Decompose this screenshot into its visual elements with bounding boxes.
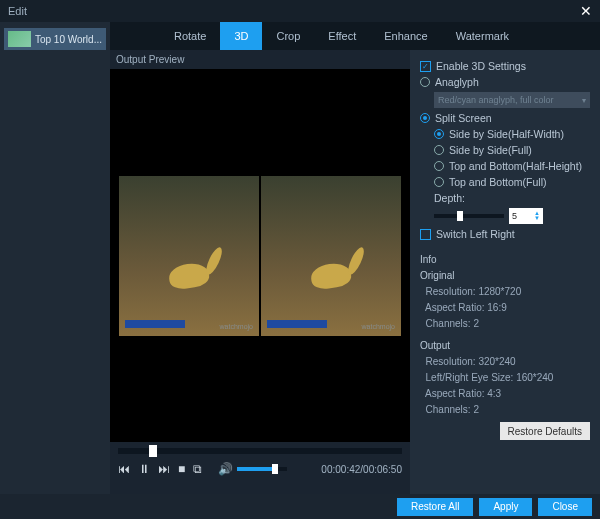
mode-tb-half[interactable]: Top and Bottom(Half-Height) [420,160,590,172]
radio-icon[interactable] [434,129,444,139]
depth-stepper[interactable]: 5 ▲▼ [509,208,543,224]
preview-label: Output Preview [110,50,410,69]
original-resolution: Resolution: 1280*720 [420,284,590,300]
thumbnail-icon [8,31,31,47]
tab-3d[interactable]: 3D [220,22,262,50]
mode-sbs-full[interactable]: Side by Side(Full) [420,144,590,156]
volume-icon[interactable]: 🔊 [218,462,233,476]
enable-3d-row[interactable]: Enable 3D Settings [420,60,590,72]
side-by-side-frames: watchmojo watchmojo [119,176,401,336]
output-eyesize: Left/Right Eye Size: 160*240 [420,370,590,386]
footer: Restore All Apply Close [0,494,600,519]
tab-crop[interactable]: Crop [262,22,314,50]
titlebar: Edit ✕ [0,0,600,22]
spinner-icon[interactable]: ▲▼ [534,211,540,221]
sidebar-item[interactable]: Top 10 World... [4,28,106,50]
depth-value: 5 [512,211,517,221]
tab-effect[interactable]: Effect [314,22,370,50]
depth-label: Depth: [434,192,465,204]
stop-icon[interactable]: ■ [178,462,185,476]
original-channels: Channels: 2 [420,316,590,332]
radio-icon[interactable] [420,77,430,87]
anaglyph-label: Anaglyph [435,76,479,88]
watermark-text: watchmojo [220,323,253,330]
apply-button[interactable]: Apply [479,498,532,516]
next-icon[interactable]: ⏭ [158,462,170,476]
player-controls: ⏮ ⏸ ⏭ ■ ⧉ 🔊 [110,442,410,494]
radio-icon[interactable] [420,113,430,123]
output-aspect: Aspect Ratio: 4:3 [420,386,590,402]
window-title: Edit [8,5,27,17]
slider-thumb[interactable] [457,211,463,221]
control-row: ⏮ ⏸ ⏭ ■ ⧉ 🔊 [118,462,402,476]
output-channels: Channels: 2 [420,402,590,418]
tabs: Rotate 3D Crop Effect Enhance Watermark [110,22,600,50]
sidebar-item-label: Top 10 World... [35,34,102,45]
original-aspect: Aspect Ratio: 16:9 [420,300,590,316]
anaglyph-row[interactable]: Anaglyph [420,76,590,88]
anaglyph-select[interactable]: Red/cyan anaglyph, full color ▾ [434,92,590,108]
switch-lr-row[interactable]: Switch Left Right [420,228,590,240]
info-block: Info Original Resolution: 1280*720 Aspec… [420,252,590,418]
switch-lr-label: Switch Left Right [436,228,515,240]
checkbox-icon[interactable] [420,229,431,240]
seek-thumb[interactable] [149,445,157,457]
split-screen-row[interactable]: Split Screen [420,112,590,124]
right-frame: watchmojo [261,176,401,336]
output-resolution: Resolution: 320*240 [420,354,590,370]
enable-3d-label: Enable 3D Settings [436,60,526,72]
main: Rotate 3D Crop Effect Enhance Watermark … [110,22,600,494]
info-header: Info [420,252,590,268]
tab-rotate[interactable]: Rotate [160,22,220,50]
scorpion-icon [301,246,361,296]
radio-icon[interactable] [434,145,444,155]
output-header: Output [420,338,590,354]
mode-tb-full[interactable]: Top and Bottom(Full) [420,176,590,188]
snapshot-icon[interactable]: ⧉ [193,462,202,476]
depth-control-row: 5 ▲▼ [420,208,590,224]
watermark-text: watchmojo [362,323,395,330]
original-header: Original [420,268,590,284]
edit-window: Edit ✕ Top 10 World... Rotate 3D Crop Ef… [0,0,600,519]
pause-icon[interactable]: ⏸ [138,462,150,476]
close-icon[interactable]: ✕ [580,3,592,19]
tab-watermark[interactable]: Watermark [442,22,523,50]
time-display: 00:00:42/00:06:50 [321,464,402,475]
radio-icon[interactable] [434,177,444,187]
content: Output Preview watchmojo watchmojo [110,50,600,494]
preview-column: Output Preview watchmojo watchmojo [110,50,410,494]
anaglyph-option: Red/cyan anaglyph, full color [438,95,554,105]
depth-slider[interactable] [434,214,504,218]
settings-panel: Enable 3D Settings Anaglyph Red/cyan ana… [410,50,600,494]
chevron-down-icon: ▾ [582,96,586,105]
checkbox-icon[interactable] [420,61,431,72]
volume-control: 🔊 [218,462,287,476]
restore-all-button[interactable]: Restore All [397,498,473,516]
radio-icon[interactable] [434,161,444,171]
left-frame: watchmojo [119,176,259,336]
mode-label: Side by Side(Full) [449,144,532,156]
split-screen-label: Split Screen [435,112,492,124]
tab-enhance[interactable]: Enhance [370,22,441,50]
depth-label-row: Depth: [420,192,590,204]
anaglyph-select-row: Red/cyan anaglyph, full color ▾ [420,92,590,108]
sidebar: Top 10 World... [0,22,110,494]
seek-bar[interactable] [118,448,402,454]
scorpion-icon [159,246,219,296]
volume-thumb[interactable] [272,464,278,474]
mode-label: Top and Bottom(Full) [449,176,546,188]
close-button[interactable]: Close [538,498,592,516]
body: Top 10 World... Rotate 3D Crop Effect En… [0,22,600,494]
preview-area: watchmojo watchmojo [110,69,410,442]
prev-icon[interactable]: ⏮ [118,462,130,476]
mode-label: Top and Bottom(Half-Height) [449,160,582,172]
mode-sbs-half[interactable]: Side by Side(Half-Width) [420,128,590,140]
mode-label: Side by Side(Half-Width) [449,128,564,140]
volume-slider[interactable] [237,467,287,471]
restore-defaults-button[interactable]: Restore Defaults [500,422,590,440]
